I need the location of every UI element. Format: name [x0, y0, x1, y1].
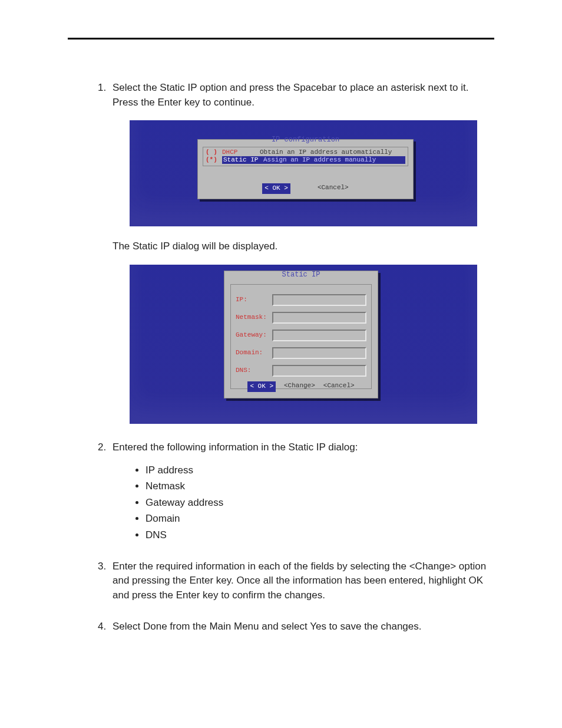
radio-static-desc: Assign an IP address manually — [262, 156, 405, 164]
header-rule — [68, 38, 494, 39]
label-netmask: Netmask: — [236, 313, 272, 322]
step-2-text: Entered the following information in the… — [113, 442, 358, 453]
radio-group: ( ) DHCP Obtain an IP address automatica… — [203, 147, 408, 166]
input-domain[interactable] — [272, 347, 366, 359]
input-gateway[interactable] — [272, 330, 366, 341]
radio-dhcp-label: DHCP — [222, 149, 260, 156]
step-1-after-text: The Static IP dialog will be displayed. — [113, 239, 494, 254]
screenshot-static-ip: Static IP IP: Netmask: Gateway — [113, 265, 494, 424]
ok-button-2[interactable]: < OK > — [247, 381, 276, 392]
label-dns: DNS: — [236, 366, 272, 375]
step-3: Enter the required information in each o… — [109, 559, 494, 603]
input-ip[interactable] — [272, 294, 366, 306]
field-gateway: Gateway: — [236, 330, 366, 341]
screenshot-ip-configuration: IP configuration ( ) DHCP Obtain an IP a… — [113, 120, 494, 226]
bullet-gateway: Gateway address — [146, 496, 494, 510]
dialog-button-row-2: < OK > <Change> <Cancel> — [224, 381, 378, 392]
radio-static-ip[interactable]: (*) Static IP Assign an IP address manua… — [206, 156, 405, 164]
static-ip-dialog: Static IP IP: Netmask: Gateway — [224, 271, 378, 398]
step-1: Select the Static IP option and press th… — [109, 81, 494, 424]
bullet-domain: Domain — [146, 512, 494, 526]
step-2-bullets: IP address Netmask Gateway address Domai… — [113, 463, 494, 543]
console-background: IP configuration ( ) DHCP Obtain an IP a… — [130, 120, 477, 226]
input-dns[interactable] — [272, 365, 366, 377]
label-domain: Domain: — [236, 348, 272, 358]
radio-dhcp-desc: Obtain an IP address automatically — [260, 149, 405, 156]
console-background-2: Static IP IP: Netmask: Gateway — [130, 265, 477, 424]
cancel-button-2[interactable]: <Cancel> — [323, 381, 355, 392]
step-4: Select Done from the Main Menu and selec… — [109, 620, 494, 634]
step-1-text: Select the Static IP option and press th… — [113, 82, 469, 108]
label-ip: IP: — [236, 295, 272, 305]
change-button[interactable]: <Change> — [284, 381, 315, 392]
field-dns: DNS: — [236, 365, 366, 377]
ok-button[interactable]: < OK > — [262, 183, 290, 194]
bullet-dns: DNS — [146, 528, 494, 543]
ip-configuration-dialog: IP configuration ( ) DHCP Obtain an IP a… — [197, 139, 414, 199]
radio-dhcp-mark: ( ) — [206, 149, 222, 156]
step-3-text: Enter the required information in each o… — [113, 561, 486, 601]
radio-dhcp[interactable]: ( ) DHCP Obtain an IP address automatica… — [206, 149, 405, 156]
bullet-ip-address: IP address — [146, 463, 494, 478]
field-domain: Domain: — [236, 347, 366, 359]
static-ip-form: IP: Netmask: Gateway: — [230, 284, 372, 389]
document-page: Select the Static IP option and press th… — [0, 0, 562, 686]
dialog-button-row: < OK > <Cancel> — [198, 183, 413, 194]
radio-static-mark: (*) — [206, 156, 222, 164]
cancel-button[interactable]: <Cancel> — [318, 183, 349, 194]
dialog-title-2: Static IP — [282, 270, 320, 280]
field-ip: IP: — [236, 294, 366, 306]
bullet-netmask: Netmask — [146, 479, 494, 494]
field-netmask: Netmask: — [236, 312, 366, 324]
input-netmask[interactable] — [272, 312, 366, 324]
label-gateway: Gateway: — [236, 331, 272, 340]
instruction-list: Select the Static IP option and press th… — [68, 81, 494, 634]
step-4-text: Select Done from the Main Menu and selec… — [113, 621, 422, 632]
radio-static-label: Static IP — [222, 156, 262, 164]
dialog-title: IP configuration — [268, 135, 343, 145]
step-2: Entered the following information in the… — [109, 440, 494, 543]
